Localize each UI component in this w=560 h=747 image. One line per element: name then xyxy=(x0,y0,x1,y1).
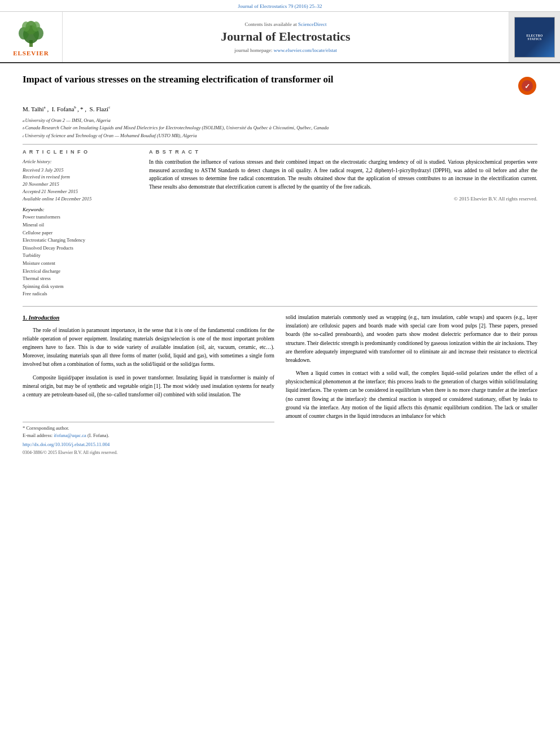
elsevier-tree-icon xyxy=(11,18,51,49)
footer-section: * Corresponding author. E-mail address: … xyxy=(23,422,274,457)
section-title: Introduction xyxy=(29,314,60,321)
elsevier-logo-area: ELSEVIER xyxy=(0,12,62,62)
main-col-right: solid insulation materials commonly used… xyxy=(286,313,537,457)
keyword-electrical-discharge: Electrical discharge xyxy=(23,268,135,276)
keyword-ddp: Dissolved Decay Products xyxy=(23,244,135,252)
svg-text:✓: ✓ xyxy=(524,82,530,90)
affil-a-line: a University of Oran 2 — IMSI, Oran, Alg… xyxy=(23,117,537,124)
keyword-turbidity: Turbidity xyxy=(23,252,135,260)
author-b-sup: b xyxy=(74,105,76,110)
journal-header: ELSEVIER Contents lists available at Sci… xyxy=(0,12,560,63)
contents-label: Contents lists available at ScienceDirec… xyxy=(245,21,327,27)
abstract-label: A B S T R A C T xyxy=(149,149,537,155)
affil-a-sup: a xyxy=(23,118,25,124)
corresponding-note: * Corresponding author. xyxy=(23,425,274,432)
svg-point-5 xyxy=(22,21,30,32)
journal-title-area: Contents lists available at ScienceDirec… xyxy=(62,12,509,62)
revised-label: Received in revised form xyxy=(23,173,135,181)
article-info-label: A R T I C L E I N F O xyxy=(23,149,135,155)
intro-paragraph-2: Composite liquid/paper insulation is use… xyxy=(23,374,274,400)
affiliations: a University of Oran 2 — IMSI, Oran, Alg… xyxy=(23,117,537,139)
footer-divider xyxy=(23,422,274,422)
article-history: Article history: Received 3 July 2015 Re… xyxy=(23,158,135,203)
info-abstract-section: A R T I C L E I N F O Article history: R… xyxy=(23,149,537,298)
journal-homepage-link[interactable]: www.elsevier.com/locate/elstat xyxy=(274,47,337,53)
corresponding-star: , * xyxy=(77,106,83,112)
affil-b-sup: b xyxy=(23,125,25,132)
copyright-line: © 2015 Elsevier B.V. All rights reserved… xyxy=(149,196,537,202)
intro-paragraph-col2-1: solid insulation materials commonly used… xyxy=(286,313,537,365)
crossmark-badge[interactable]: ✓ xyxy=(517,76,537,96)
citation-text: Journal of Electrostatics 79 (2016) 25–3… xyxy=(238,3,322,9)
journal-homepage: journal homepage: www.elsevier.com/locat… xyxy=(234,47,336,53)
affil-b-text: Canada Research Chair on Insulating Liqu… xyxy=(25,124,329,132)
section-number: 1. xyxy=(23,314,27,321)
divider-2 xyxy=(23,306,537,307)
keyword-free-radicals: Free radicals xyxy=(23,290,135,298)
available-date: Available online 14 December 2015 xyxy=(23,195,135,203)
keyword-cellulose-paper: Cellulose paper xyxy=(23,229,135,237)
author-c-sup: c xyxy=(108,105,110,110)
issn-text: 0304-3886/© 2015 Elsevier B.V. All right… xyxy=(23,449,274,457)
authors-line: M. Talhia , I. Fofanab , * , S. Flazic xyxy=(23,105,537,112)
keyword-thermal-stress: Thermal stress xyxy=(23,275,135,283)
electrostatics-badge: ELECTRO STATICS xyxy=(514,17,555,58)
affil-c-line: c University of Science and Technology o… xyxy=(23,132,537,139)
keyword-ect: Electrostatic Charging Tendency xyxy=(23,237,135,244)
journal-citation-bar: Journal of Electrostatics 79 (2016) 25–3… xyxy=(0,0,560,12)
affil-c-text: University of Science and Technology of … xyxy=(25,132,197,139)
main-col-left: 1. Introduction The role of insulation i… xyxy=(23,313,274,457)
affil-b-line: b Canada Research Chair on Insulating Li… xyxy=(23,124,537,132)
article-title-section: Impact of various stresses on the stream… xyxy=(23,73,537,99)
history-label: Article history: xyxy=(23,158,135,165)
introduction-heading: 1. Introduction xyxy=(23,313,274,323)
doi-link[interactable]: http://dx.doi.org/10.1016/j.elstat.2015.… xyxy=(23,441,274,449)
affil-c-sup: c xyxy=(23,133,24,139)
abstract-col: A B S T R A C T In this contribution the… xyxy=(149,149,537,298)
keyword-power-transformers: Power transformers xyxy=(23,213,135,221)
author-b-name: I. Fofana xyxy=(52,106,75,112)
keyword-mineral-oil: Mineral oil xyxy=(23,221,135,229)
article-info-col: A R T I C L E I N F O Article history: R… xyxy=(23,149,135,298)
author-c-name: S. Flazi xyxy=(90,106,109,112)
keyword-moisture: Moisture content xyxy=(23,260,135,268)
svg-point-6 xyxy=(32,21,40,32)
keywords-section: Keywords: Power transformers Mineral oil… xyxy=(23,207,135,298)
elsevier-logo: ELSEVIER xyxy=(11,18,51,56)
revised-date: 20 November 2015 xyxy=(23,181,135,188)
intro-paragraph-col2-2: When a liquid comes in contact with a so… xyxy=(286,369,537,421)
elsevier-brand-text: ELSEVIER xyxy=(13,50,49,56)
main-two-col: 1. Introduction The role of insulation i… xyxy=(23,313,537,457)
keyword-spinning-disk: Spinning disk system xyxy=(23,283,135,291)
article-body: Impact of various stresses on the stream… xyxy=(0,63,560,462)
crossmark-icon: ✓ xyxy=(518,77,536,95)
keywords-label: Keywords: xyxy=(23,207,135,212)
sciencedirect-link[interactable]: ScienceDirect xyxy=(298,21,326,27)
abstract-text: In this contribution the influence of va… xyxy=(149,158,537,191)
article-title: Impact of various stresses on the stream… xyxy=(23,73,506,86)
author-a-sup: a xyxy=(44,105,46,110)
accepted-date: Accepted 21 November 2015 xyxy=(23,188,135,195)
author-a-name: M. Talhi xyxy=(23,106,44,112)
journal-title: Journal of Electrostatics xyxy=(221,29,350,44)
affil-a-text: University of Oran 2 — IMSI, Oran, Alger… xyxy=(25,117,111,124)
journal-badge-area: ELECTRO STATICS xyxy=(509,12,560,62)
divider-1 xyxy=(23,144,537,145)
email-link[interactable]: ifofana@uqac.ca xyxy=(54,433,86,438)
crossmark-svg: ✓ xyxy=(521,80,533,92)
received-date: Received 3 July 2015 xyxy=(23,167,135,174)
intro-paragraph-1: The role of insulation is paramount impo… xyxy=(23,326,274,369)
email-note: E-mail address: ifofana@uqac.ca (I. Fofa… xyxy=(23,432,274,439)
